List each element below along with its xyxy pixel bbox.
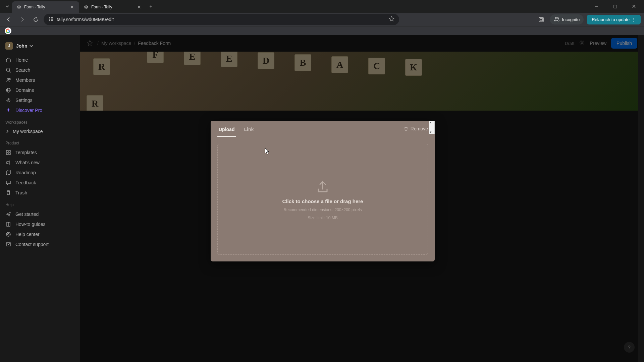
mail-icon — [5, 241, 11, 247]
relaunch-update-button[interactable]: Relaunch to update ⋮ — [587, 15, 641, 24]
back-button[interactable] — [3, 14, 14, 25]
site-settings-icon[interactable] — [48, 16, 53, 22]
extensions-icon[interactable] — [536, 14, 546, 25]
sidebar-item-label: Domains — [15, 87, 34, 93]
sidebar-item-label: Settings — [15, 98, 33, 103]
window-controls — [589, 1, 641, 11]
home-icon — [5, 57, 11, 63]
sidebar-workspace[interactable]: My workspace — [0, 127, 80, 136]
sidebar-item-label: Help center — [15, 232, 40, 237]
sidebar-item-howto[interactable]: How-to guides — [0, 219, 80, 229]
tab-upload[interactable]: Upload — [217, 125, 236, 137]
workspace-label: My workspace — [13, 129, 43, 134]
close-tab-icon[interactable]: ✕ — [69, 4, 75, 10]
svg-rect-16 — [6, 150, 8, 152]
tab-search-dropdown[interactable] — [3, 2, 12, 11]
sidebar-item-roadmap[interactable]: Roadmap — [0, 168, 80, 178]
google-shortcut-icon[interactable] — [5, 27, 11, 34]
svg-rect-18 — [6, 153, 8, 155]
incognito-icon — [554, 16, 560, 22]
chat-icon — [5, 180, 11, 186]
relaunch-label: Relaunch to update — [592, 17, 630, 22]
svg-rect-7 — [540, 18, 542, 21]
sidebar-item-domains[interactable]: Domains — [0, 85, 80, 95]
new-tab-button[interactable]: + — [146, 2, 156, 11]
gear-icon — [5, 97, 11, 103]
svg-point-21 — [8, 234, 9, 235]
sidebar-item-members[interactable]: Members — [0, 75, 80, 85]
tab-title: Form - Tally — [24, 5, 66, 9]
sidebar-item-discover-pro[interactable]: Discover Pro — [0, 105, 80, 115]
remove-label: Remove — [411, 126, 428, 131]
sidebar-item-feedback[interactable]: Feedback — [0, 178, 80, 188]
sidebar-item-label: Get started — [15, 212, 39, 217]
address-bar[interactable]: tally.so/forms/wd0MMK/edit — [44, 14, 399, 25]
browser-tab[interactable]: ✻ Form - Tally ✕ — [79, 1, 146, 13]
sidebar-item-home[interactable]: Home — [0, 55, 80, 65]
svg-line-9 — [9, 71, 11, 72]
search-icon — [5, 67, 11, 73]
templates-icon — [5, 149, 11, 156]
trash-icon — [5, 190, 11, 196]
file-dropzone[interactable]: Click to choose a file or drag here Reco… — [217, 144, 428, 255]
svg-rect-1 — [614, 5, 617, 8]
members-icon — [5, 77, 11, 83]
megaphone-icon — [5, 160, 11, 166]
modal-tabs: Upload Link Remove — [211, 121, 435, 137]
chevron-down-icon — [29, 44, 33, 48]
tally-favicon-icon: ✻ — [83, 4, 89, 10]
svg-rect-4 — [49, 19, 50, 21]
upload-icon — [314, 178, 331, 195]
maximize-button[interactable] — [608, 1, 623, 11]
svg-rect-17 — [9, 150, 10, 152]
browser-tab-strip: ✻ Form - Tally ✕ ✻ Form - Tally ✕ + — [0, 0, 644, 13]
chevron-right-icon — [5, 129, 9, 133]
dropzone-hint-dimensions: Recommended dimensions: 200×200 pixels — [283, 207, 362, 212]
incognito-badge[interactable]: Incognito — [550, 14, 584, 24]
remove-button[interactable]: Remove — [404, 126, 428, 135]
map-icon — [5, 170, 11, 176]
sidebar-item-contact[interactable]: Contact support — [0, 239, 80, 249]
user-menu[interactable]: J John — [0, 40, 80, 52]
sidebar-item-label: Feedback — [15, 180, 36, 185]
sidebar-item-trash[interactable]: Trash — [0, 188, 80, 198]
sidebar-item-templates[interactable]: Templates — [0, 147, 80, 158]
minimize-button[interactable] — [589, 1, 604, 11]
bookmark-star-icon[interactable] — [389, 16, 394, 23]
avatar: J — [5, 42, 13, 50]
sidebar-item-search[interactable]: Search — [0, 65, 80, 75]
book-icon — [5, 221, 11, 227]
sidebar-item-getstarted[interactable]: Get started — [0, 209, 80, 219]
svg-rect-3 — [51, 17, 53, 18]
svg-point-11 — [9, 78, 10, 80]
dropzone-hint-size: Size limit: 10 MB — [308, 216, 337, 220]
help-section-label: Help — [0, 198, 80, 209]
bookmarks-bar — [0, 26, 644, 35]
sidebar-item-label: Contact support — [15, 242, 49, 247]
forward-button[interactable] — [17, 14, 28, 25]
sparkle-icon — [5, 107, 11, 113]
sidebar-item-helpcenter[interactable]: Help center — [0, 229, 80, 239]
close-tab-icon[interactable]: ✕ — [136, 4, 142, 10]
lifebuoy-icon — [5, 231, 11, 237]
sidebar-item-whatsnew[interactable]: What's new — [0, 158, 80, 168]
modal-scrollbar[interactable]: ▲▼ — [429, 121, 435, 134]
browser-toolbar: tally.so/forms/wd0MMK/edit Incognito Rel… — [0, 13, 644, 26]
main-content: / My workspace / Feedback Form Draft Pre… — [80, 35, 644, 362]
workspaces-section-label: Workspaces — [0, 115, 80, 127]
sidebar-item-label: Trash — [15, 190, 27, 195]
tab-title: Form - Tally — [91, 5, 133, 9]
browser-tab-active[interactable]: ✻ Form - Tally ✕ — [12, 1, 79, 13]
sidebar-item-settings[interactable]: Settings — [0, 95, 80, 105]
svg-point-15 — [8, 100, 9, 101]
sidebar-item-label: What's new — [15, 160, 40, 165]
svg-point-8 — [6, 68, 10, 71]
tally-favicon-icon: ✻ — [16, 4, 21, 10]
close-window-button[interactable] — [627, 1, 641, 11]
tab-link[interactable]: Link — [243, 125, 255, 137]
sidebar-item-label: Home — [15, 57, 28, 63]
sidebar-item-label: Roadmap — [15, 170, 36, 175]
reload-button[interactable] — [30, 14, 41, 25]
menu-dots-icon: ⋮ — [632, 17, 636, 22]
svg-point-20 — [6, 232, 10, 236]
